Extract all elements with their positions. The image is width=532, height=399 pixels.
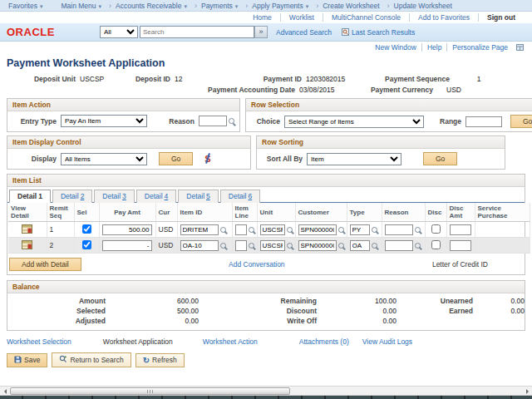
add-to-favorites-link[interactable]: Add to Favorites [409, 13, 478, 22]
reason-row-input[interactable] [385, 224, 413, 235]
view-detail-icon[interactable] [22, 243, 32, 251]
customer-input[interactable] [298, 224, 337, 235]
search-scope-select[interactable]: All [100, 26, 138, 38]
search-go-button[interactable]: » [254, 26, 268, 38]
deposit-unit-value: USCSP [80, 75, 128, 83]
choice-select[interactable]: Select Range of Items [284, 116, 424, 128]
layout-grid-icon[interactable] [516, 44, 524, 51]
disc-amt-input[interactable] [450, 240, 471, 251]
select-item-checkbox[interactable] [82, 240, 91, 249]
last-search-results-link[interactable]: Last Search Results [352, 28, 415, 37]
lookup-icon[interactable] [287, 243, 293, 249]
home-link[interactable]: Home [244, 13, 280, 22]
display-go-button[interactable]: Go [159, 152, 193, 165]
return-to-search-button[interactable]: Return to Search [52, 352, 131, 367]
lookup-icon[interactable] [372, 227, 377, 233]
lookup-icon[interactable] [220, 227, 226, 233]
refresh-button[interactable]: Refresh [135, 353, 185, 367]
select-item-checkbox[interactable] [82, 224, 91, 234]
multichannel-console-link[interactable]: MultiChannel Console [323, 13, 409, 22]
tab-detail-1[interactable]: Detail1 [9, 190, 51, 203]
return-to-search-icon [59, 355, 67, 365]
cur-value: USD [155, 222, 177, 238]
lookup-icon[interactable] [249, 243, 254, 249]
display-select[interactable]: All Items [61, 153, 147, 165]
worklist-link[interactable]: Worklist [280, 13, 323, 22]
sign-out-link[interactable]: Sign out [478, 13, 524, 22]
item-line-input[interactable] [235, 240, 247, 251]
info-row-1: Deposit Unit USCSP Deposit ID 12 Payment… [0, 73, 532, 84]
unit-input[interactable] [260, 240, 285, 251]
breadcrumb-apply-payments[interactable]: Apply Payments [252, 2, 308, 10]
lookup-icon[interactable] [415, 227, 421, 233]
type-input[interactable] [350, 240, 370, 251]
payment-sequence-value: 1 [454, 75, 504, 83]
save-button[interactable]: Save [7, 353, 47, 367]
breadcrumb-create-worksheet[interactable]: Create Worksheet [323, 2, 379, 10]
tab-detail-3[interactable]: Detail3 [94, 190, 134, 203]
reason-row-input[interactable] [385, 240, 413, 251]
row-selection-go-button[interactable]: Go [510, 115, 532, 128]
scrollbar-thumb[interactable] [10, 387, 290, 395]
item-table-header: View Detail Remit Seq Sel Pay Amt Cur It… [8, 203, 530, 222]
chevron-right-icon [387, 2, 390, 10]
sort-go-button[interactable]: Go [423, 152, 457, 165]
entry-type-select[interactable]: Pay An Item [61, 115, 147, 127]
item-id-input[interactable] [180, 224, 219, 235]
disc-checkbox[interactable] [431, 224, 441, 234]
lookup-icon[interactable] [220, 243, 226, 249]
service-purchase-cell [475, 222, 530, 238]
breadcrumb-update-worksheet[interactable]: Update Worksheet [394, 2, 452, 10]
amount-label: Amount [12, 297, 106, 305]
lookup-icon[interactable] [287, 227, 293, 233]
breadcrumb-accounts-receivable[interactable]: Accounts Receivable [116, 2, 187, 10]
customer-input[interactable] [298, 240, 337, 251]
lookup-icon[interactable] [249, 227, 254, 233]
sort-select[interactable]: Item [307, 153, 401, 165]
chevron-right-icon [195, 2, 197, 10]
add-conversation-link[interactable]: Add Conversation [229, 260, 285, 268]
lookup-icon[interactable] [372, 243, 377, 249]
tab-detail-4[interactable]: Detail4 [136, 190, 176, 203]
type-input[interactable] [350, 224, 370, 235]
disc-checkbox[interactable] [431, 240, 441, 249]
personalize-page-link[interactable]: Personalize Page [446, 43, 513, 52]
breadcrumb-favorites[interactable]: Favorites [8, 2, 42, 10]
worksheet-action-link[interactable]: Worksheet Action [203, 337, 258, 346]
payment-sequence-label: Payment Sequence [374, 75, 454, 83]
attachments-link[interactable]: Attachments (0) [299, 337, 349, 346]
item-line-input[interactable] [235, 224, 247, 235]
advanced-search-link[interactable]: Advanced Search [276, 28, 332, 37]
reason-input[interactable] [199, 116, 227, 126]
letter-of-credit-label: Letter of Credit ID [432, 260, 488, 268]
selected-value: 500.00 [106, 307, 199, 315]
breadcrumb-payments[interactable]: Payments [201, 2, 238, 10]
lookup-icon[interactable] [415, 243, 421, 249]
worksheet-selection-link[interactable]: Worksheet Selection [7, 337, 71, 346]
add-with-detail-button[interactable]: Add with Detail [9, 258, 81, 271]
breadcrumb-main-menu[interactable]: Main Menu [61, 2, 101, 10]
view-audit-logs-link[interactable]: View Audit Logs [362, 337, 412, 346]
search-input[interactable] [140, 26, 254, 38]
lookup-icon[interactable] [229, 118, 234, 124]
lookup-icon[interactable] [338, 243, 344, 249]
unit-input[interactable] [260, 224, 285, 235]
item-id-input[interactable] [180, 240, 219, 251]
currency-toggle-icon[interactable]: S [204, 154, 210, 164]
new-window-link[interactable]: New Window [370, 43, 421, 52]
disc-amt-input[interactable] [450, 224, 471, 235]
pay-amt-input[interactable] [102, 240, 152, 251]
discount-label: Discount [199, 307, 317, 315]
scroll-right-arrow[interactable] [523, 387, 531, 395]
lookup-icon[interactable] [338, 227, 344, 233]
horizontal-scrollbar[interactable] [0, 386, 532, 396]
tab-detail-6[interactable]: Detail6 [220, 190, 260, 203]
view-detail-icon[interactable] [22, 227, 32, 235]
range-input[interactable] [466, 116, 502, 127]
item-display-control-group: Item Display Control Display All Items G… [7, 135, 251, 170]
help-link[interactable]: Help [421, 43, 446, 52]
tab-detail-2[interactable]: Detail2 [52, 190, 92, 203]
scroll-left-arrow[interactable] [1, 387, 9, 395]
tab-detail-5[interactable]: Detail5 [178, 190, 218, 203]
pay-amt-input[interactable] [102, 224, 152, 235]
